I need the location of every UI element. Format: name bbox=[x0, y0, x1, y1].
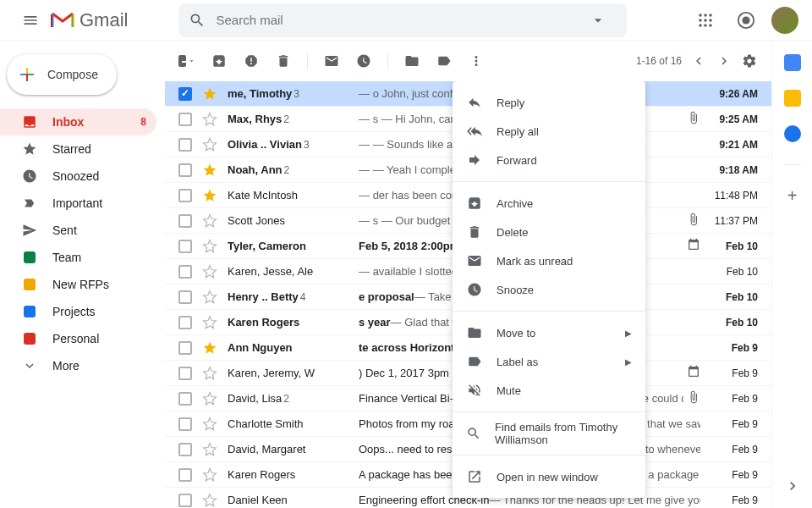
keep-addon[interactable] bbox=[784, 90, 801, 107]
nav-label: New RFPs bbox=[52, 278, 109, 291]
sidebar-label-item[interactable]: Team bbox=[0, 244, 156, 271]
row-checkbox[interactable] bbox=[178, 240, 192, 253]
cm-reply-all[interactable]: Reply all bbox=[453, 117, 645, 146]
gmail-logo[interactable]: Gmail bbox=[51, 9, 128, 31]
sidebar-item-snoozed[interactable]: Snoozed bbox=[0, 163, 156, 190]
delete-button[interactable] bbox=[275, 52, 292, 69]
row-checkbox[interactable] bbox=[178, 392, 192, 406]
account-avatar[interactable] bbox=[771, 7, 798, 34]
snooze-button[interactable] bbox=[355, 52, 372, 69]
mark-unread-button[interactable] bbox=[323, 52, 340, 69]
row-checkbox[interactable] bbox=[178, 290, 192, 304]
cm-forward[interactable]: Forward bbox=[453, 146, 645, 174]
row-checkbox[interactable] bbox=[178, 214, 192, 228]
archive-button[interactable] bbox=[211, 52, 228, 69]
date: Feb 9 bbox=[707, 494, 758, 506]
star-icon bbox=[22, 141, 37, 157]
star-toggle[interactable] bbox=[202, 340, 217, 356]
more-vert-icon bbox=[469, 53, 484, 69]
sidebar-item-more[interactable]: More bbox=[0, 352, 156, 379]
cm-snooze[interactable]: Snooze bbox=[453, 275, 645, 304]
sidebar-label-item[interactable]: Projects bbox=[0, 298, 156, 325]
cm-reply[interactable]: Reply bbox=[453, 88, 645, 117]
star-toggle[interactable] bbox=[202, 315, 217, 330]
logo-text: Gmail bbox=[80, 9, 128, 31]
star-toggle[interactable] bbox=[202, 188, 217, 203]
cm-mark-unread[interactable]: Mark as unread bbox=[453, 246, 645, 275]
star-toggle[interactable] bbox=[202, 442, 217, 457]
cm-mute[interactable]: Mute bbox=[453, 376, 645, 405]
notifications-button[interactable] bbox=[731, 5, 761, 36]
row-checkbox[interactable] bbox=[178, 189, 192, 202]
star-toggle[interactable] bbox=[202, 417, 217, 432]
main-menu-button[interactable] bbox=[14, 3, 47, 37]
star-toggle[interactable] bbox=[202, 264, 217, 279]
select-all-checkbox[interactable] bbox=[178, 52, 195, 69]
star-toggle[interactable] bbox=[202, 163, 217, 178]
row-checkbox[interactable] bbox=[178, 443, 192, 456]
forward-icon bbox=[466, 152, 483, 168]
star-toggle[interactable] bbox=[202, 493, 217, 508]
sidebar-item-sent[interactable]: Sent bbox=[0, 217, 156, 244]
star-toggle[interactable] bbox=[202, 467, 217, 483]
sidebar-item-starred[interactable]: Starred bbox=[0, 135, 156, 163]
compose-plus-icon bbox=[17, 64, 37, 85]
more-button[interactable] bbox=[468, 52, 485, 69]
row-checkbox[interactable] bbox=[178, 113, 192, 126]
next-page-button[interactable] bbox=[716, 52, 732, 69]
row-checkbox[interactable] bbox=[178, 163, 192, 177]
cm-label-as[interactable]: Label as▶ bbox=[453, 347, 645, 376]
star-toggle[interactable] bbox=[202, 366, 217, 381]
star-toggle[interactable] bbox=[202, 213, 217, 229]
row-checkbox[interactable] bbox=[178, 468, 192, 482]
row-checkbox[interactable] bbox=[178, 341, 192, 355]
svg-point-7 bbox=[704, 24, 707, 27]
row-checkbox[interactable] bbox=[178, 138, 192, 152]
date: Feb 10 bbox=[707, 240, 758, 252]
collapse-panel-button[interactable] bbox=[784, 478, 801, 494]
get-addons-button[interactable]: + bbox=[784, 187, 801, 204]
date: Feb 9 bbox=[707, 418, 758, 430]
row-checkbox[interactable] bbox=[178, 494, 192, 507]
row-checkbox[interactable] bbox=[178, 87, 192, 101]
row-checkbox[interactable] bbox=[178, 367, 192, 380]
apps-button[interactable] bbox=[690, 5, 721, 36]
tasks-addon[interactable] bbox=[784, 125, 801, 142]
search-box[interactable] bbox=[178, 3, 627, 37]
settings-button[interactable] bbox=[741, 52, 758, 69]
date: Feb 10 bbox=[707, 291, 758, 303]
sidebar-label-item[interactable]: New RFPs bbox=[0, 271, 156, 298]
star-toggle[interactable] bbox=[202, 86, 217, 102]
chevron-right-icon bbox=[716, 53, 732, 69]
folder-move-icon bbox=[404, 53, 420, 69]
cm-find-emails[interactable]: Find emails from Timothy Williamson bbox=[453, 419, 645, 448]
sidebar-item-important[interactable]: Important bbox=[0, 190, 156, 217]
cm-delete[interactable]: Delete bbox=[453, 218, 645, 246]
row-checkbox[interactable] bbox=[178, 316, 192, 329]
cm-archive[interactable]: Archive bbox=[453, 189, 645, 218]
labels-button[interactable] bbox=[436, 52, 453, 69]
compose-button[interactable]: Compose bbox=[7, 54, 117, 95]
sidebar-item-inbox[interactable]: Inbox 8 bbox=[0, 108, 156, 135]
sender: Scott Jones bbox=[228, 214, 359, 227]
star-toggle[interactable] bbox=[202, 239, 217, 254]
row-checkbox[interactable] bbox=[178, 265, 192, 279]
cm-move-to[interactable]: Move to▶ bbox=[453, 318, 645, 347]
row-checkbox[interactable] bbox=[178, 417, 192, 431]
calendar-addon[interactable] bbox=[784, 54, 801, 71]
prev-page-button[interactable] bbox=[690, 52, 707, 69]
star-toggle[interactable] bbox=[202, 290, 217, 305]
star-toggle[interactable] bbox=[202, 112, 217, 127]
star-toggle[interactable] bbox=[202, 137, 217, 152]
label-color-dot bbox=[24, 333, 36, 345]
cm-open-window[interactable]: Open in new window bbox=[453, 462, 645, 491]
sidebar-label-item[interactable]: Personal bbox=[0, 325, 156, 352]
label-icon bbox=[466, 353, 483, 370]
sender: Noah, Ann2 bbox=[228, 163, 359, 176]
move-to-button[interactable] bbox=[403, 52, 420, 69]
search-input[interactable] bbox=[216, 13, 590, 27]
sidebar: Compose Inbox 8 Starred Snoozed Importan… bbox=[0, 41, 165, 508]
star-toggle[interactable] bbox=[202, 391, 217, 406]
report-spam-button[interactable] bbox=[243, 52, 260, 69]
search-options-icon[interactable] bbox=[590, 12, 606, 29]
